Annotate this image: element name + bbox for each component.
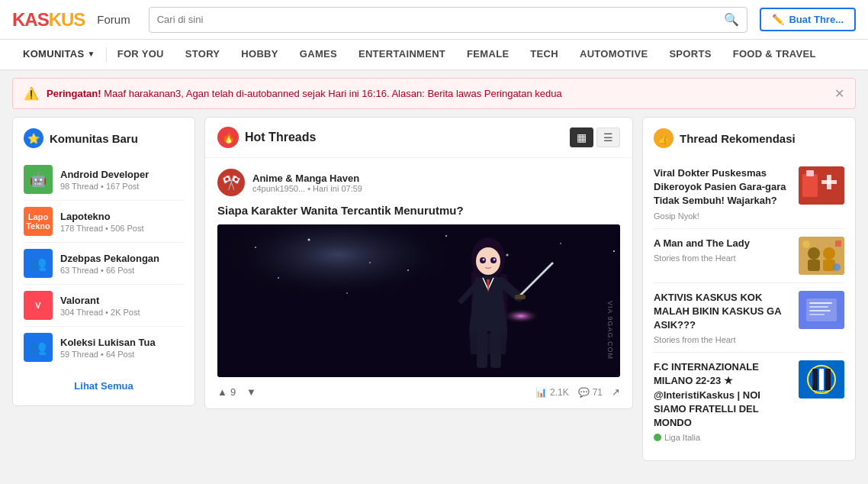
thread-meta: c4punk1950... • Hari ini 07:59 [252, 184, 362, 193]
list-item[interactable]: 👥 Koleksi Lukisan Tua 59 Thread • 64 Pos… [24, 327, 184, 368]
rekomendasi-title: 👍 Thread Rekomendasi [654, 128, 844, 148]
rekom-info-1: Viral Dokter Puskesmas Dikeroyok Pasien … [654, 166, 791, 221]
liga-row: Liga Italia [654, 433, 791, 442]
games-label: GAMES [300, 48, 337, 60]
right-panel: 👍 Thread Rekomendasi Viral Dokter Puskes… [642, 117, 856, 461]
alert-bold: Peringatan! [47, 88, 101, 99]
rekom-thumb-3 [799, 291, 844, 329]
online-indicator [654, 434, 661, 441]
list-item[interactable]: 🤖 Android Developer 98 Thread • 167 Post [24, 159, 184, 201]
sidebar-item-games[interactable]: GAMES [289, 40, 348, 70]
alert-close-button[interactable]: ✕ [834, 86, 844, 101]
komunitas-label: KOMUNITAS [23, 48, 84, 60]
list-item[interactable]: 👥 Dzebpas Pekalongan 63 Thread • 66 Post [24, 243, 184, 285]
thread-actions: ▲ 9 ▼ 📊 2.1K 💬 71 [217, 386, 620, 398]
svg-rect-37 [823, 260, 835, 271]
poster-info: Anime & Manga Haven c4punk1950... • Hari… [252, 173, 362, 193]
chart-icon: 📊 [535, 387, 547, 398]
svg-point-39 [833, 263, 841, 271]
hot-threads-header: 🔥 Hot Threads ▦ ☰ [205, 118, 632, 158]
rekom-subtitle-3: Stories from the Heart [654, 335, 791, 344]
komunitas-baru-label: Komunitas Baru [50, 132, 138, 145]
koleksi-avatar: 👥 [24, 333, 53, 362]
lihat-semua-link[interactable]: Lihat Semua [24, 377, 184, 395]
thread-title[interactable]: Siapa Karakter Wanita Tercantik Menurutm… [217, 204, 620, 217]
sidebar-item-komunitas[interactable]: KOMUNITAS ▼ [12, 40, 106, 70]
watermark-text: VIA 9GAG.COM [606, 301, 614, 360]
comment-icon: 💬 [578, 387, 590, 398]
svg-point-17 [476, 247, 500, 275]
sidebar-item-entertainment[interactable]: ENTERTAINMENT [348, 40, 456, 70]
svg-rect-29 [802, 174, 818, 197]
comments-count: 71 [593, 387, 603, 398]
search-input[interactable] [157, 14, 722, 25]
svg-rect-24 [515, 295, 526, 299]
rekom-subtitle-2: Stories from the Heart [654, 253, 791, 263]
lapo-avatar: LapoTekno [24, 207, 53, 236]
hot-threads-card: 🔥 Hot Threads ▦ ☰ 🎌 Anime & Manga Haven … [204, 117, 633, 409]
svg-rect-52 [825, 369, 831, 390]
upvote-button[interactable]: ▲ 9 [217, 386, 236, 398]
downvote-button[interactable]: ▼ [246, 386, 256, 398]
komunitas-card: ⭐ Komunitas Baru 🤖 Android Developer 98 … [12, 117, 195, 406]
list-item[interactable]: AKTIVIS KASKUS KOK MALAH BIKIN KASKUS GA… [654, 283, 844, 353]
svg-rect-51 [819, 369, 824, 390]
sidebar-item-automotive[interactable]: AUTOMOTIVE [569, 40, 658, 70]
tech-label: TECH [530, 48, 558, 60]
svg-rect-30 [806, 170, 814, 176]
dz-name: Dzebpas Pekalongan [60, 253, 159, 264]
search-button[interactable]: 🔍 [724, 12, 739, 27]
sidebar-item-sports[interactable]: SPORTS [658, 40, 722, 70]
list-item[interactable]: F.C INTERNAZIONALE MILANO 22-23 ★ @Inter… [654, 353, 844, 450]
upvote-icon: ▲ [217, 386, 227, 398]
sidebar-item-hobby[interactable]: HOBBY [230, 40, 288, 70]
rekom-info-4: F.C INTERNAZIONALE MILANO 22-23 ★ @Inter… [654, 360, 791, 442]
sidebar-item-female[interactable]: FEMALE [456, 40, 519, 70]
view-toggle: ▦ ☰ [570, 127, 620, 147]
rekom-title-3: AKTIVIS KASKUS KOK MALAH BIKIN KASKUS GA… [654, 291, 791, 333]
android-info: Android Developer 98 Thread • 167 Post [60, 169, 149, 191]
left-panel: ⭐ Komunitas Baru 🤖 Android Developer 98 … [12, 117, 195, 461]
list-item[interactable]: A Man and The Lady Stories from the Hear… [654, 229, 844, 283]
list-item[interactable]: LapoTekno Lapotekno 178 Thread • 506 Pos… [24, 201, 184, 243]
warning-icon: ⚠️ [24, 86, 39, 101]
hot-threads-title: 🔥 Hot Threads [217, 127, 316, 148]
inter-thumb: INTER [799, 360, 844, 398]
comments-stat: 💬 71 [578, 387, 603, 398]
sidebar-item-tech[interactable]: TECH [519, 40, 569, 70]
svg-rect-46 [809, 314, 825, 315]
sidebar-item-for-you[interactable]: FOR YOU [107, 40, 175, 70]
valorant-stats: 304 Thread • 2K Post [60, 308, 140, 317]
stars-bg [217, 224, 620, 377]
chevron-down-icon: ▼ [87, 50, 95, 58]
share-button[interactable]: ↗ [612, 386, 620, 398]
svg-point-21 [493, 259, 496, 261]
rekom-title-4: F.C INTERNAZIONALE MILANO 22-23 ★ @Inter… [654, 360, 791, 430]
upvote-count: 9 [230, 386, 236, 398]
svg-point-34 [808, 247, 820, 260]
list-item[interactable]: Viral Dokter Puskesmas Dikeroyok Pasien … [654, 159, 844, 229]
koleksi-name: Koleksi Lukisan Tua [60, 337, 156, 348]
buat-thread-button[interactable]: ✏️ Buat Thre... [760, 8, 856, 31]
sidebar-item-story[interactable]: STORY [175, 40, 231, 70]
food-travel-label: FOOD & TRAVEL [733, 48, 816, 60]
koleksi-info: Koleksi Lukisan Tua 59 Thread • 64 Post [60, 337, 156, 359]
rekom-info-2: A Man and The Lady Stories from the Hear… [654, 237, 791, 275]
rekom-thumb-4: INTER [799, 360, 844, 398]
dz-avatar: 👥 [24, 249, 53, 278]
thread-image: VIA 9GAG.COM [217, 224, 620, 377]
kaskus-logo[interactable]: KASKUS [12, 9, 85, 31]
komunitas-baru-title: ⭐ Komunitas Baru [24, 128, 184, 148]
grid-view-button[interactable]: ▦ [570, 127, 593, 147]
rekomendasi-label: Thread Rekomendasi [680, 132, 796, 145]
list-item[interactable]: V Valorant 304 Thread • 2K Post [24, 285, 184, 327]
search-bar[interactable]: 🔍 [149, 7, 748, 33]
doctor-thumb [799, 166, 844, 205]
automotive-label: AUTOMOTIVE [580, 48, 648, 60]
forum-label: Forum [97, 13, 130, 26]
valorant-info: Valorant 304 Thread • 2K Post [60, 295, 140, 317]
thread-image-inner: VIA 9GAG.COM [217, 224, 620, 377]
list-view-button[interactable]: ☰ [596, 127, 620, 147]
sidebar-item-food-travel[interactable]: FOOD & TRAVEL [722, 40, 827, 70]
dz-info: Dzebpas Pekalongan 63 Thread • 66 Post [60, 253, 159, 275]
